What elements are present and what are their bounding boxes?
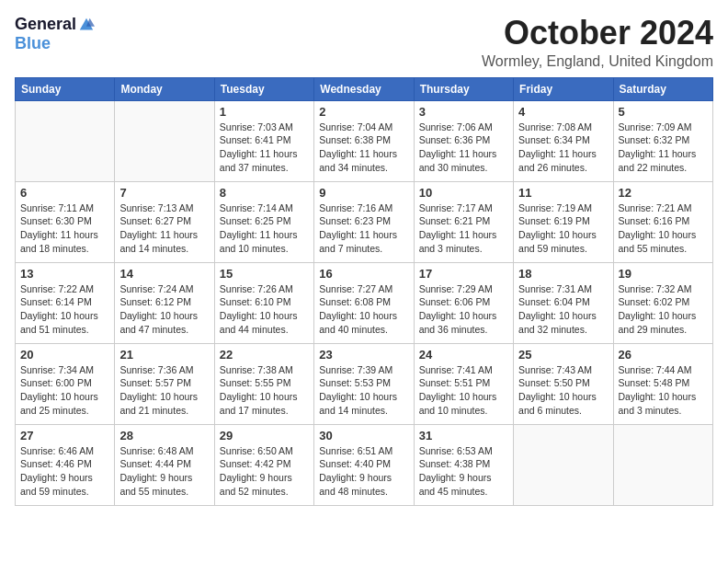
weekday-header-row: SundayMondayTuesdayWednesdayThursdayFrid…: [16, 77, 713, 100]
calendar-cell: 7Sunrise: 7:13 AM Sunset: 6:27 PM Daylig…: [115, 181, 214, 262]
day-info: Sunrise: 7:11 AM Sunset: 6:30 PM Dayligh…: [20, 201, 109, 256]
day-info: Sunrise: 7:06 AM Sunset: 6:36 PM Dayligh…: [419, 121, 508, 175]
calendar-cell: 29Sunrise: 6:50 AM Sunset: 4:42 PM Dayli…: [214, 424, 313, 505]
day-info: Sunrise: 7:08 AM Sunset: 6:34 PM Dayligh…: [518, 121, 608, 175]
calendar-cell: 31Sunrise: 6:53 AM Sunset: 4:38 PM Dayli…: [414, 424, 513, 505]
calendar-cell: 2Sunrise: 7:04 AM Sunset: 6:38 PM Daylig…: [314, 100, 414, 181]
calendar-cell: 8Sunrise: 7:14 AM Sunset: 6:25 PM Daylig…: [214, 181, 313, 262]
weekday-saturday: Saturday: [613, 77, 712, 100]
weekday-friday: Friday: [514, 77, 613, 100]
day-number: 8: [220, 186, 309, 200]
day-number: 26: [619, 348, 708, 362]
day-number: 9: [319, 186, 408, 200]
logo-icon: [78, 17, 95, 33]
weekday-thursday: Thursday: [414, 77, 513, 100]
logo-blue: Blue: [15, 34, 51, 53]
day-number: 19: [619, 267, 708, 281]
day-number: 20: [20, 348, 109, 362]
day-number: 17: [419, 267, 508, 281]
calendar-cell: 25Sunrise: 7:43 AM Sunset: 5:50 PM Dayli…: [514, 343, 613, 424]
day-info: Sunrise: 7:16 AM Sunset: 6:23 PM Dayligh…: [319, 201, 408, 256]
calendar-cell: 30Sunrise: 6:51 AM Sunset: 4:40 PM Dayli…: [314, 424, 414, 505]
day-number: 3: [419, 105, 508, 119]
calendar-cell: 19Sunrise: 7:32 AM Sunset: 6:02 PM Dayli…: [613, 262, 712, 343]
calendar-cell: 11Sunrise: 7:19 AM Sunset: 6:19 PM Dayli…: [514, 181, 613, 262]
day-info: Sunrise: 7:17 AM Sunset: 6:21 PM Dayligh…: [419, 201, 508, 256]
day-number: 24: [419, 348, 508, 362]
calendar-cell: 20Sunrise: 7:34 AM Sunset: 6:00 PM Dayli…: [16, 343, 115, 424]
day-info: Sunrise: 7:44 AM Sunset: 5:48 PM Dayligh…: [619, 363, 708, 418]
day-info: Sunrise: 7:27 AM Sunset: 6:08 PM Dayligh…: [319, 282, 408, 337]
weekday-wednesday: Wednesday: [314, 77, 414, 100]
calendar-cell: [16, 100, 115, 181]
day-info: Sunrise: 7:34 AM Sunset: 6:00 PM Dayligh…: [20, 363, 109, 418]
day-number: 6: [20, 186, 109, 200]
weekday-tuesday: Tuesday: [214, 77, 313, 100]
day-number: 22: [220, 348, 309, 362]
week-row-3: 20Sunrise: 7:34 AM Sunset: 6:00 PM Dayli…: [16, 343, 713, 424]
day-number: 1: [220, 105, 309, 119]
logo-general: General: [15, 15, 76, 34]
day-number: 4: [518, 105, 608, 119]
day-number: 5: [619, 105, 708, 119]
day-info: Sunrise: 7:04 AM Sunset: 6:38 PM Dayligh…: [319, 121, 408, 175]
calendar-cell: 16Sunrise: 7:27 AM Sunset: 6:08 PM Dayli…: [314, 262, 414, 343]
day-info: Sunrise: 6:51 AM Sunset: 4:40 PM Dayligh…: [319, 444, 408, 499]
calendar-cell: [514, 424, 613, 505]
day-number: 28: [119, 429, 209, 442]
day-number: 29: [220, 429, 309, 442]
calendar-cell: 3Sunrise: 7:06 AM Sunset: 6:36 PM Daylig…: [414, 100, 513, 181]
day-info: Sunrise: 7:09 AM Sunset: 6:32 PM Dayligh…: [619, 121, 708, 175]
day-info: Sunrise: 6:50 AM Sunset: 4:42 PM Dayligh…: [220, 444, 309, 499]
day-info: Sunrise: 7:03 AM Sunset: 6:41 PM Dayligh…: [220, 121, 309, 175]
day-info: Sunrise: 7:24 AM Sunset: 6:12 PM Dayligh…: [119, 282, 209, 337]
day-info: Sunrise: 6:48 AM Sunset: 4:44 PM Dayligh…: [119, 444, 209, 499]
day-info: Sunrise: 6:46 AM Sunset: 4:46 PM Dayligh…: [20, 444, 109, 499]
calendar-cell: 24Sunrise: 7:41 AM Sunset: 5:51 PM Dayli…: [414, 343, 513, 424]
day-number: 31: [419, 429, 508, 442]
day-number: 16: [319, 267, 408, 281]
calendar-cell: 15Sunrise: 7:26 AM Sunset: 6:10 PM Dayli…: [214, 262, 313, 343]
calendar-cell: [613, 424, 712, 505]
day-number: 12: [619, 186, 708, 200]
day-number: 23: [319, 348, 408, 362]
day-info: Sunrise: 7:13 AM Sunset: 6:27 PM Dayligh…: [119, 201, 209, 256]
day-number: 21: [119, 348, 209, 362]
weekday-sunday: Sunday: [16, 77, 115, 100]
day-info: Sunrise: 7:26 AM Sunset: 6:10 PM Dayligh…: [220, 282, 309, 337]
day-number: 18: [518, 267, 608, 281]
day-info: Sunrise: 7:39 AM Sunset: 5:53 PM Dayligh…: [319, 363, 408, 418]
day-info: Sunrise: 7:14 AM Sunset: 6:25 PM Dayligh…: [220, 201, 309, 256]
calendar-cell: 21Sunrise: 7:36 AM Sunset: 5:57 PM Dayli…: [115, 343, 214, 424]
day-number: 15: [220, 267, 309, 281]
calendar-cell: 6Sunrise: 7:11 AM Sunset: 6:30 PM Daylig…: [16, 181, 115, 262]
calendar-cell: 5Sunrise: 7:09 AM Sunset: 6:32 PM Daylig…: [613, 100, 712, 181]
logo: General Blue: [15, 15, 95, 53]
day-number: 13: [20, 267, 109, 281]
day-number: 10: [419, 186, 508, 200]
week-row-2: 13Sunrise: 7:22 AM Sunset: 6:14 PM Dayli…: [16, 262, 713, 343]
calendar-cell: 10Sunrise: 7:17 AM Sunset: 6:21 PM Dayli…: [414, 181, 513, 262]
day-number: 30: [319, 429, 408, 442]
weekday-monday: Monday: [115, 77, 214, 100]
day-number: 27: [20, 429, 109, 442]
day-info: Sunrise: 7:21 AM Sunset: 6:16 PM Dayligh…: [619, 201, 708, 256]
day-info: Sunrise: 7:31 AM Sunset: 6:04 PM Dayligh…: [518, 282, 608, 337]
header: General Blue October 2024 Wormley, Engla…: [15, 15, 713, 70]
week-row-0: 1Sunrise: 7:03 AM Sunset: 6:41 PM Daylig…: [16, 100, 713, 181]
calendar-cell: [115, 100, 214, 181]
day-number: 7: [119, 186, 209, 200]
day-info: Sunrise: 7:22 AM Sunset: 6:14 PM Dayligh…: [20, 282, 109, 337]
title-area: October 2024 Wormley, England, United Ki…: [482, 15, 713, 70]
calendar-cell: 4Sunrise: 7:08 AM Sunset: 6:34 PM Daylig…: [514, 100, 613, 181]
day-info: Sunrise: 7:32 AM Sunset: 6:02 PM Dayligh…: [619, 282, 708, 337]
week-row-1: 6Sunrise: 7:11 AM Sunset: 6:30 PM Daylig…: [16, 181, 713, 262]
day-number: 11: [518, 186, 608, 200]
day-number: 14: [119, 267, 209, 281]
day-info: Sunrise: 7:19 AM Sunset: 6:19 PM Dayligh…: [518, 201, 608, 256]
calendar-cell: 22Sunrise: 7:38 AM Sunset: 5:55 PM Dayli…: [214, 343, 313, 424]
calendar-cell: 13Sunrise: 7:22 AM Sunset: 6:14 PM Dayli…: [16, 262, 115, 343]
day-info: Sunrise: 7:36 AM Sunset: 5:57 PM Dayligh…: [119, 363, 209, 418]
calendar-table: SundayMondayTuesdayWednesdayThursdayFrid…: [15, 77, 713, 506]
calendar-cell: 26Sunrise: 7:44 AM Sunset: 5:48 PM Dayli…: [613, 343, 712, 424]
